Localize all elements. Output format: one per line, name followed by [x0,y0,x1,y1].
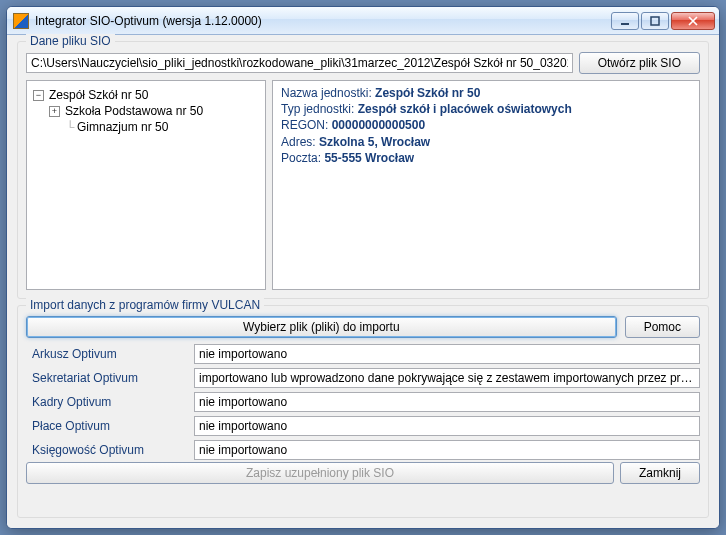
save-sio-button[interactable]: Zapisz uzupełniony plik SIO [26,462,614,484]
minimize-icon [620,16,630,26]
detail-regon-label: REGON: [281,118,328,132]
ksiegowosc-label: Księgowość Optivum [26,443,186,457]
sekretariat-label: Sekretariat Optivum [26,371,186,385]
tree-child-1-label: Szkoła Podstawowa nr 50 [65,104,203,118]
detail-name-value: Zespół Szkół nr 50 [375,86,480,100]
detail-name-label: Nazwa jednostki: [281,86,372,100]
tree-child-2-label: Gimnazjum nr 50 [77,120,168,134]
place-label: Płace Optivum [26,419,186,433]
collapse-icon[interactable]: − [33,90,44,101]
unit-tree[interactable]: − Zespół Szkół nr 50 + Szkoła Podstawowa… [26,80,266,290]
maximize-icon [650,16,660,26]
ksiegowosc-status: nie importowano [194,440,700,460]
svg-rect-1 [651,17,659,25]
kadry-status: nie importowano [194,392,700,412]
open-file-button[interactable]: Otwórz plik SIO [579,52,700,74]
detail-name: Nazwa jednostki: Zespół Szkół nr 50 [281,85,691,101]
group-import-label: Import danych z programów firmy VULCAN [26,298,264,312]
detail-address-value: Szkolna 5, Wrocław [319,135,430,149]
tree-child-2[interactable]: └ Gimnazjum nr 50 [31,119,261,135]
arkusz-status: nie importowano [194,344,700,364]
kadry-label: Kadry Optivum [26,395,186,409]
app-window: Integrator SIO-Optivum (wersja 1.12.0000… [6,6,720,529]
detail-type-label: Typ jednostki: [281,102,354,116]
titlebar: Integrator SIO-Optivum (wersja 1.12.0000… [7,7,719,35]
detail-regon-value: 00000000000500 [332,118,425,132]
detail-address-label: Adres: [281,135,316,149]
minimize-button[interactable] [611,12,639,30]
close-app-button[interactable]: Zamknij [620,462,700,484]
file-path-input[interactable] [26,53,573,73]
arkusz-label: Arkusz Optivum [26,347,186,361]
file-row: Otwórz plik SIO [26,52,700,74]
close-button[interactable] [671,12,715,30]
window-controls [611,12,715,30]
expand-icon[interactable]: + [49,106,60,117]
tree-child-1[interactable]: + Szkoła Podstawowa nr 50 [31,103,261,119]
tree-root[interactable]: − Zespół Szkół nr 50 [31,87,261,103]
help-button[interactable]: Pomoc [625,316,700,338]
app-icon [13,13,29,29]
group-file: Dane pliku SIO Otwórz plik SIO − Zespół … [17,41,709,299]
place-status: nie importowano [194,416,700,436]
group-import: Import danych z programów firmy VULCAN W… [17,305,709,518]
choose-files-button[interactable]: Wybierz plik (pliki) do importu [26,316,617,338]
close-icon [687,16,699,26]
footer-row: Zapisz uzupełniony plik SIO Zamknij [26,462,700,484]
group-file-label: Dane pliku SIO [26,34,115,48]
detail-type: Typ jednostki: Zespół szkół i placówek o… [281,101,691,117]
maximize-button[interactable] [641,12,669,30]
split-pane: − Zespół Szkół nr 50 + Szkoła Podstawowa… [26,80,700,290]
detail-address: Adres: Szkolna 5, Wrocław [281,134,691,150]
tree-connector-icon: └ [65,120,75,134]
client-area: Dane pliku SIO Otwórz plik SIO − Zespół … [7,35,719,528]
detail-regon: REGON: 00000000000500 [281,117,691,133]
detail-post-value: 55-555 Wrocław [324,151,414,165]
detail-type-value: Zespół szkół i placówek oświatowych [358,102,572,116]
svg-rect-0 [621,23,629,25]
detail-post-label: Poczta: [281,151,321,165]
import-top-row: Wybierz plik (pliki) do importu Pomoc [26,316,700,338]
detail-post: Poczta: 55-555 Wrocław [281,150,691,166]
unit-details: Nazwa jednostki: Zespół Szkół nr 50 Typ … [272,80,700,290]
sekretariat-status: importowano lub wprowadzono dane pokrywa… [194,368,700,388]
window-title: Integrator SIO-Optivum (wersja 1.12.0000… [35,14,611,28]
status-grid: Arkusz Optivum nie importowano Sekretari… [26,344,700,460]
tree-root-label: Zespół Szkół nr 50 [49,88,148,102]
